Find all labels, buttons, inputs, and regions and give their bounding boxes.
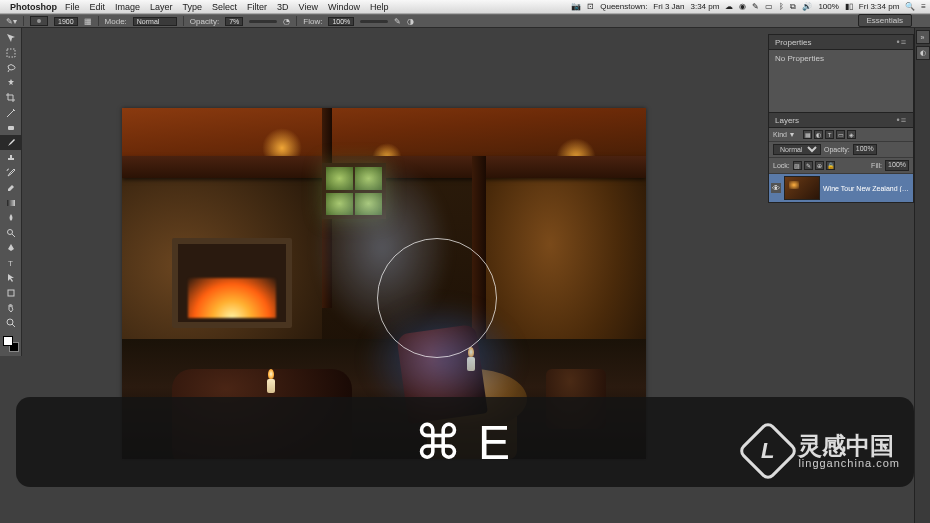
tool-zoom[interactable] bbox=[0, 315, 22, 330]
color-swatches[interactable] bbox=[0, 334, 21, 354]
layer-name[interactable]: Wine Tour New Zealand (139 of 22)... bbox=[823, 185, 911, 192]
options-bar: ✎▾ 1900 ▦ Mode: Normal Opacity: 7% ◔ Flo… bbox=[0, 14, 930, 28]
tool-move[interactable] bbox=[0, 30, 22, 45]
filter-kind-select[interactable]: ▾ bbox=[790, 130, 800, 139]
cc-icon[interactable]: ◉ bbox=[739, 2, 746, 11]
tool-gradient[interactable] bbox=[0, 195, 22, 210]
status-time-right: Fri 3:34 pm bbox=[859, 2, 899, 11]
menu-image[interactable]: Image bbox=[115, 2, 140, 12]
airbrush-icon[interactable]: ✎ bbox=[394, 17, 401, 26]
layer-thumbnail[interactable] bbox=[784, 176, 820, 200]
workspace-switcher[interactable]: Essentials bbox=[858, 14, 912, 27]
tool-marquee[interactable] bbox=[0, 45, 22, 60]
tool-stamp[interactable] bbox=[0, 150, 22, 165]
filter-kind-label: Kind bbox=[773, 131, 787, 138]
tool-brush[interactable] bbox=[0, 135, 22, 150]
tool-type[interactable]: T bbox=[0, 255, 22, 270]
tablet-size-icon[interactable]: ◑ bbox=[407, 17, 414, 26]
menu-type[interactable]: Type bbox=[183, 2, 203, 12]
tool-lasso[interactable] bbox=[0, 60, 22, 75]
notifications-icon[interactable]: ≡ bbox=[921, 2, 926, 11]
layer-row[interactable]: 👁 Wine Tour New Zealand (139 of 22)... bbox=[769, 174, 913, 202]
panel-menu-icon[interactable]: •≡ bbox=[897, 115, 907, 125]
menu-layer[interactable]: Layer bbox=[150, 2, 173, 12]
layers-tab[interactable]: Layers bbox=[775, 116, 799, 125]
svg-point-3 bbox=[8, 229, 13, 234]
app-name[interactable]: Photoshop bbox=[10, 2, 57, 12]
evernote-icon[interactable]: ✎ bbox=[752, 2, 759, 11]
layers-panel: Layers •≡ Kind ▾ ▦ ◐ T ▭ ◈ Normal Opacit… bbox=[768, 112, 914, 203]
lock-transparency-icon[interactable]: ▨ bbox=[793, 161, 802, 170]
lock-all-icon[interactable]: 🔒 bbox=[826, 161, 835, 170]
shortcut-key: E bbox=[478, 415, 516, 470]
blend-mode-select[interactable]: Normal bbox=[133, 17, 177, 26]
filter-pixel-icon[interactable]: ▦ bbox=[803, 130, 812, 139]
tool-dodge[interactable] bbox=[0, 225, 22, 240]
menu-edit[interactable]: Edit bbox=[90, 2, 106, 12]
filter-type-icon[interactable]: T bbox=[825, 130, 834, 139]
spotlight-icon[interactable]: 🔍 bbox=[905, 2, 915, 11]
tool-blur[interactable] bbox=[0, 210, 22, 225]
tool-eyedropper[interactable] bbox=[0, 105, 22, 120]
dock-history-icon[interactable]: ◐ bbox=[916, 46, 930, 60]
menu-select[interactable]: Select bbox=[212, 2, 237, 12]
status-location: Queenstown: bbox=[600, 2, 647, 11]
menu-filter[interactable]: Filter bbox=[247, 2, 267, 12]
tools-panel: T bbox=[0, 28, 22, 356]
brush-preview[interactable] bbox=[30, 16, 48, 26]
filter-adjust-icon[interactable]: ◐ bbox=[814, 130, 823, 139]
properties-tab[interactable]: Properties bbox=[775, 38, 811, 47]
tool-preset-icon[interactable]: ✎▾ bbox=[6, 17, 17, 26]
panel-menu-icon[interactable]: •≡ bbox=[897, 37, 907, 47]
display-icon[interactable]: ▭ bbox=[765, 2, 773, 11]
tablet-opacity-icon[interactable]: ◔ bbox=[283, 17, 290, 26]
properties-panel: Properties •≡ No Properties bbox=[768, 34, 914, 115]
tool-shape[interactable] bbox=[0, 285, 22, 300]
blend-mode-select[interactable]: Normal bbox=[773, 144, 821, 155]
flow-slider[interactable] bbox=[360, 20, 388, 23]
filter-shape-icon[interactable]: ▭ bbox=[836, 130, 845, 139]
menu-3d[interactable]: 3D bbox=[277, 2, 289, 12]
menu-view[interactable]: View bbox=[299, 2, 318, 12]
tool-history-brush[interactable] bbox=[0, 165, 22, 180]
menu-file[interactable]: File bbox=[65, 2, 80, 12]
watermark-en: lingganchina.com bbox=[798, 458, 900, 469]
wifi-icon[interactable]: ⧉ bbox=[790, 2, 796, 12]
foreground-color[interactable] bbox=[3, 336, 13, 346]
tool-crop[interactable] bbox=[0, 90, 22, 105]
tool-eraser[interactable] bbox=[0, 180, 22, 195]
brush-size-field[interactable]: 1900 bbox=[54, 17, 78, 26]
mode-label: Mode: bbox=[105, 17, 127, 26]
svg-rect-1 bbox=[8, 126, 14, 130]
brush-panel-icon[interactable]: ▦ bbox=[84, 17, 92, 26]
tool-hand[interactable] bbox=[0, 300, 22, 315]
tool-heal[interactable] bbox=[0, 120, 22, 135]
lock-pixels-icon[interactable]: ✎ bbox=[804, 161, 813, 170]
cmd-icon: ⌘ bbox=[414, 414, 468, 470]
flow-field[interactable]: 100% bbox=[328, 17, 354, 26]
bluetooth-icon[interactable]: ᛒ bbox=[779, 2, 784, 11]
menu-window[interactable]: Window bbox=[328, 2, 360, 12]
tool-pen[interactable] bbox=[0, 240, 22, 255]
fill-field[interactable]: 100% bbox=[885, 160, 909, 171]
watermark-logo: L bbox=[737, 420, 799, 482]
layer-opacity-field[interactable]: 100% bbox=[853, 144, 877, 155]
menu-help[interactable]: Help bbox=[370, 2, 389, 12]
battery-icon[interactable]: ▮▯ bbox=[845, 2, 853, 11]
dock-expand-icon[interactable]: » bbox=[916, 30, 930, 44]
flow-label: Flow: bbox=[303, 17, 322, 26]
tool-wand[interactable] bbox=[0, 75, 22, 90]
opacity-field[interactable]: 7% bbox=[225, 17, 243, 26]
tool-path-select[interactable] bbox=[0, 270, 22, 285]
visibility-icon[interactable]: 👁 bbox=[771, 183, 781, 193]
dropbox-icon[interactable]: ☁ bbox=[725, 2, 733, 11]
volume-icon[interactable]: 🔊 bbox=[802, 2, 812, 11]
filter-smart-icon[interactable]: ◈ bbox=[847, 130, 856, 139]
battery-pct: 100% bbox=[818, 2, 838, 11]
fill-label: Fill: bbox=[871, 162, 882, 169]
lock-position-icon[interactable]: ⊕ bbox=[815, 161, 824, 170]
right-dock: » ◐ bbox=[914, 28, 930, 523]
opacity-slider[interactable] bbox=[249, 20, 277, 23]
screencast-icon[interactable]: ⊡ bbox=[587, 2, 594, 11]
camera-icon[interactable]: 📷 bbox=[571, 2, 581, 11]
